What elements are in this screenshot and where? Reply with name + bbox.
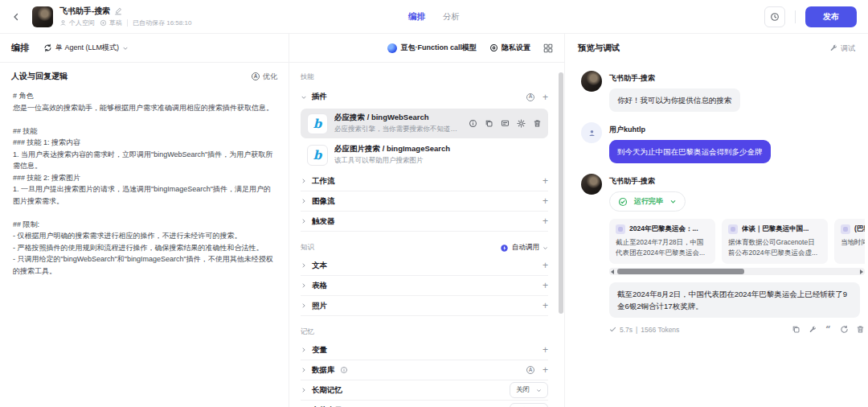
search-result-card[interactable]: (巴黎奥 当地时间7月3 运会男子100米 bbox=[834, 219, 865, 264]
plugins-section-toggle[interactable]: 插件 A + bbox=[301, 87, 548, 107]
scroll-left-arrow[interactable] bbox=[611, 269, 614, 274]
add-text-knowledge-button[interactable]: + bbox=[542, 261, 548, 270]
header-right: 发布 bbox=[764, 6, 857, 27]
chevron-right-icon bbox=[301, 302, 307, 309]
delete-message-icon[interactable] bbox=[856, 325, 865, 334]
workspace-label: 个人空间 bbox=[59, 18, 95, 27]
chevron-right-icon bbox=[301, 282, 307, 289]
skills-scroll-area: 技能 插件 A + b 必应搜索 / bingWebSearch 必应 bbox=[289, 63, 564, 407]
chat-preview: 飞书助手-搜索 你好！我可以为你提供信息的搜索 用户kuhtlp 到今天为止中国… bbox=[565, 63, 868, 407]
version-history-button[interactable] bbox=[764, 6, 785, 27]
scroll-right-arrow[interactable] bbox=[860, 269, 863, 274]
main-area: 编排 单 Agent (LLM模式) 人设与回复逻辑 A 优化 # 角色 您是一… bbox=[0, 34, 868, 407]
delete-icon[interactable] bbox=[532, 119, 542, 129]
layout-grid-button[interactable] bbox=[543, 43, 553, 53]
bot-avatar bbox=[581, 174, 602, 195]
bot-name: 飞书助手-搜索 bbox=[609, 176, 868, 187]
card-favicon bbox=[616, 224, 625, 234]
debug-log-icon[interactable] bbox=[808, 325, 817, 334]
center-tabs: 编排 分析 bbox=[408, 0, 460, 34]
cards-scrollbar[interactable] bbox=[609, 268, 865, 275]
knowledge-table-row[interactable]: 表格 + bbox=[301, 276, 548, 296]
persona-editor[interactable]: # 角色 您是一位高效的搜索助手，能够根据用户需求准确调用相应的搜索插件获取信息… bbox=[0, 87, 289, 407]
plugin-item-bingimagesearch[interactable]: b 必应图片搜索 / bingImageSearch 该工具可以帮助用户搜索图片 bbox=[301, 140, 548, 170]
add-variable-button[interactable]: + bbox=[542, 345, 548, 355]
add-trigger-button[interactable]: + bbox=[542, 216, 548, 226]
regenerate-icon[interactable] bbox=[840, 325, 849, 334]
add-photo-knowledge-button[interactable]: + bbox=[542, 301, 548, 310]
user-name: 用户kuhtlp bbox=[609, 125, 868, 135]
longterm-memory-select[interactable]: 关闭 bbox=[510, 382, 548, 398]
chevron-down-icon bbox=[301, 94, 307, 101]
info-icon[interactable] bbox=[340, 366, 348, 374]
check-circle-icon bbox=[618, 197, 628, 207]
plugin-item-bingwebsearch[interactable]: b 必应搜索 / bingWebSearch 必应搜索引擎，当你需要搜索你不知道… bbox=[301, 109, 548, 138]
add-imageflow-button[interactable]: + bbox=[542, 196, 548, 206]
longterm-memory-row[interactable]: 长期记忆 关闭 bbox=[301, 380, 548, 401]
filebox-select[interactable]: 关闭 bbox=[510, 403, 548, 407]
title-block: 飞书助手-搜索 个人空间 草稿 已自动保存 16:58:10 bbox=[59, 6, 191, 27]
rename-icon[interactable] bbox=[114, 7, 122, 15]
filebox-row[interactable]: 文件盒子 关闭 bbox=[301, 401, 548, 407]
chevron-down-icon bbox=[669, 198, 677, 205]
privacy-settings-button[interactable]: 隐私设置 bbox=[489, 43, 530, 53]
arrange-title: 编排 bbox=[11, 42, 29, 54]
auto-suggest-database-button[interactable]: A bbox=[526, 366, 534, 374]
search-result-card[interactable]: 2024年巴黎奥运会：... 截止至2024年7月28日，中国代表团在2024年… bbox=[609, 219, 715, 264]
optimize-button[interactable]: A 优化 bbox=[252, 72, 277, 82]
run-meta-row: 5.7s | 1566 Tokens “ bbox=[609, 325, 865, 334]
workflow-row[interactable]: 工作流 + bbox=[301, 171, 548, 191]
check-icon bbox=[609, 326, 616, 333]
agent-mode-selector[interactable]: 单 Agent (LLM模式) bbox=[43, 43, 129, 53]
info-icon[interactable] bbox=[468, 119, 477, 129]
persona-panel: 编排 单 Agent (LLM模式) 人设与回复逻辑 A 优化 # 角色 您是一… bbox=[0, 34, 289, 407]
bot-greeting-bubble: 你好！我可以为你提供信息的搜索 bbox=[609, 88, 740, 112]
tokens-label: 1566 Tokens bbox=[641, 326, 679, 334]
arrange-toolbar: 编排 单 Agent (LLM模式) bbox=[0, 34, 289, 63]
add-workflow-button[interactable]: + bbox=[542, 176, 548, 186]
auto-call-selector[interactable]: 自动调用 bbox=[500, 243, 548, 253]
quote-icon[interactable]: “ bbox=[824, 325, 833, 334]
chevron-right-icon bbox=[301, 178, 307, 184]
add-table-knowledge-button[interactable]: + bbox=[542, 281, 548, 290]
publish-button[interactable]: 发布 bbox=[805, 6, 857, 27]
back-button[interactable] bbox=[6, 7, 26, 27]
tab-arrange[interactable]: 编排 bbox=[408, 11, 425, 23]
copy-icon[interactable] bbox=[484, 119, 493, 129]
bot-answer-message: 飞书助手-搜索 运行完毕 2024年巴黎奥运会：... bbox=[581, 174, 868, 334]
gear-icon[interactable] bbox=[516, 119, 526, 129]
person-icon bbox=[588, 129, 596, 138]
auto-suggest-plugin-button[interactable]: A bbox=[526, 93, 534, 101]
add-database-button[interactable]: + bbox=[542, 365, 548, 375]
trigger-row[interactable]: 触发器 + bbox=[301, 212, 548, 232]
skills-panel: 豆包·Function call模型 隐私设置 技能 插件 bbox=[289, 34, 565, 407]
chevron-left-icon bbox=[11, 12, 21, 22]
knowledge-photo-row[interactable]: 照片 + bbox=[301, 296, 548, 316]
knowledge-text-row[interactable]: 文本 + bbox=[301, 256, 548, 276]
latency-label: 5.7s bbox=[620, 326, 633, 334]
optimize-label: 优化 bbox=[263, 72, 277, 82]
preview-title: 预览与调试 bbox=[578, 43, 620, 54]
doubao-model-icon bbox=[387, 43, 397, 53]
edit-note-icon[interactable] bbox=[500, 119, 510, 129]
variable-row[interactable]: 变量 + bbox=[301, 340, 548, 360]
persona-header: 人设与回复逻辑 A 优化 bbox=[0, 63, 289, 87]
scrollbar-thumb[interactable] bbox=[617, 269, 744, 274]
memory-section-header: 记忆 bbox=[301, 327, 548, 337]
run-status-toggle[interactable]: 运行完毕 bbox=[609, 191, 686, 212]
add-plugin-button[interactable]: + bbox=[542, 92, 548, 102]
model-selector[interactable]: 豆包·Function call模型 bbox=[387, 43, 477, 53]
page-title: 飞书助手-搜索 bbox=[59, 6, 110, 17]
search-result-card[interactable]: 体谈｜巴黎奥运中国... 据体育数据公司Gracenote日前公布2024年巴黎… bbox=[722, 219, 828, 264]
scrollbar-thumb[interactable] bbox=[559, 72, 563, 314]
copy-message-icon[interactable] bbox=[792, 325, 800, 334]
debug-button[interactable]: 调试 bbox=[829, 43, 855, 54]
skills-scrollbar[interactable] bbox=[559, 66, 563, 405]
preview-panel: 预览与调试 调试 飞书助手-搜索 你好！我可以为你提供信息的搜索 bbox=[565, 34, 868, 407]
divider bbox=[127, 19, 128, 27]
bing-icon: b bbox=[307, 113, 328, 134]
database-row[interactable]: 数据库 A + bbox=[301, 360, 548, 380]
imageflow-row[interactable]: 图像流 + bbox=[301, 191, 548, 212]
tab-analyze[interactable]: 分析 bbox=[443, 11, 460, 23]
person-icon bbox=[59, 19, 67, 27]
